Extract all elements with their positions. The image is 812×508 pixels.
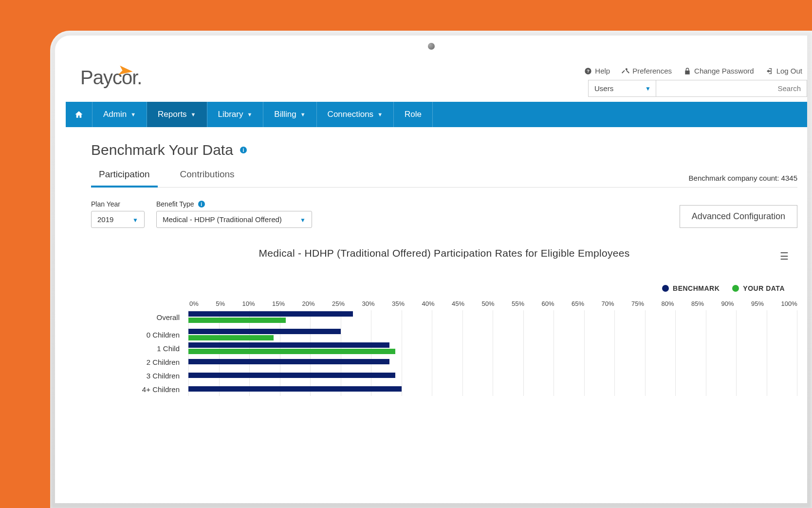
nav-connections[interactable]: Connections▼ xyxy=(317,102,393,127)
chart-row: 1 Child xyxy=(91,341,797,355)
plan-year-label: Plan Year xyxy=(91,200,145,208)
search-scope-value: Users xyxy=(594,84,613,93)
category-label: 4+ Children xyxy=(91,385,188,394)
bar-your-data xyxy=(188,335,274,340)
help-icon: ? xyxy=(584,67,592,75)
logout-icon xyxy=(766,67,774,75)
chart-row: Overall xyxy=(91,310,797,324)
top-bar: ➤ Paycor. ? Help Preferences xyxy=(66,61,807,102)
x-tick: 70% xyxy=(602,300,614,307)
x-tick: 15% xyxy=(272,300,285,307)
brand-logo: ➤ Paycor. xyxy=(80,67,142,89)
x-tick: 50% xyxy=(482,300,495,307)
plan-year-value: 2019 xyxy=(97,215,113,224)
change-password-link[interactable]: Change Password xyxy=(683,67,754,75)
chart-plot: Overall0 Children1 Child2 Children3 Chil… xyxy=(91,310,797,396)
x-tick: 100% xyxy=(781,300,797,307)
advanced-configuration-button[interactable]: Advanced Configuration xyxy=(680,205,797,228)
x-tick: 30% xyxy=(362,300,375,307)
chevron-down-icon: ▼ xyxy=(300,112,306,117)
chevron-down-icon: ▼ xyxy=(130,112,136,117)
bar-benchmark xyxy=(188,386,402,392)
legend-your-data: YOUR DATA xyxy=(732,284,785,292)
chart-row: 0 Children xyxy=(91,328,797,341)
nav-library[interactable]: Library▼ xyxy=(207,102,263,127)
filter-plan-year: Plan Year 2019 ▼ xyxy=(91,200,145,228)
search-input[interactable] xyxy=(662,84,801,93)
utility-links: ? Help Preferences Change Password xyxy=(584,67,807,75)
app-root: ➤ Paycor. ? Help Preferences xyxy=(66,61,807,503)
swatch-icon xyxy=(732,285,739,292)
chevron-down-icon: ▼ xyxy=(377,112,383,117)
chevron-down-icon: ▼ xyxy=(645,85,651,92)
tab-contributions[interactable]: Contributions xyxy=(172,169,242,187)
info-icon[interactable]: i xyxy=(198,201,205,207)
x-tick: 80% xyxy=(662,300,674,307)
benchmark-count: Benchmark company count: 4345 xyxy=(689,174,797,187)
x-tick: 65% xyxy=(572,300,584,307)
log-out-label: Log Out xyxy=(776,67,802,75)
chart-title: Medical - HDHP (Traditional Offered) Par… xyxy=(91,247,797,259)
bar-benchmark xyxy=(188,311,353,317)
chart: Medical - HDHP (Traditional Offered) Par… xyxy=(91,247,797,396)
tools-icon xyxy=(622,67,629,75)
device-frame: ➤ Paycor. ? Help Preferences xyxy=(50,31,812,508)
bar-your-data xyxy=(188,349,395,354)
filter-benefit-type: Benefit Type i Medical - HDHP (Tradition… xyxy=(156,200,312,228)
x-tick: 90% xyxy=(721,300,734,307)
swatch-icon xyxy=(662,285,669,292)
x-tick: 35% xyxy=(392,300,405,307)
search-input-wrap xyxy=(656,80,807,97)
chart-menu-icon[interactable]: ☰ xyxy=(780,250,789,262)
preferences-link[interactable]: Preferences xyxy=(622,67,672,75)
info-icon[interactable]: i xyxy=(240,147,247,153)
category-label: Overall xyxy=(91,313,188,321)
plan-year-select[interactable]: 2019 ▼ xyxy=(91,211,145,228)
x-tick: 0% xyxy=(189,300,199,307)
lock-icon xyxy=(683,67,691,75)
brand-arrow-icon: ➤ xyxy=(115,61,135,80)
nav-admin[interactable]: Admin▼ xyxy=(92,102,147,127)
preferences-label: Preferences xyxy=(632,67,672,75)
benefit-type-value: Medical - HDHP (Traditional Offered) xyxy=(163,215,282,224)
x-tick: 85% xyxy=(691,300,704,307)
tabs: Participation Contributions xyxy=(91,169,242,187)
chevron-down-icon: ▼ xyxy=(300,217,306,224)
x-tick: 25% xyxy=(332,300,345,307)
x-tick: 45% xyxy=(452,300,464,307)
nav-billing[interactable]: Billing▼ xyxy=(263,102,316,127)
category-label: 2 Children xyxy=(91,358,188,366)
x-tick: 40% xyxy=(422,300,435,307)
page-title: Benchmark Your Data xyxy=(91,142,233,158)
chart-legend: BENCHMARK YOUR DATA xyxy=(91,284,797,292)
legend-benchmark: BENCHMARK xyxy=(662,284,720,292)
x-axis-ticks: 0%5%10%15%20%25%30%35%40%45%50%55%60%65%… xyxy=(91,300,797,307)
content-area: Benchmark Your Data i Participation Cont… xyxy=(66,127,807,396)
x-tick: 5% xyxy=(216,300,225,307)
device-screen: ➤ Paycor. ? Help Preferences xyxy=(55,36,807,503)
nav-home[interactable] xyxy=(66,102,92,127)
log-out-link[interactable]: Log Out xyxy=(766,67,802,75)
category-label: 1 Child xyxy=(91,344,188,353)
chevron-down-icon: ▼ xyxy=(191,112,196,117)
category-label: 0 Children xyxy=(91,331,188,339)
help-label: Help xyxy=(595,67,610,75)
help-link[interactable]: ? Help xyxy=(584,67,610,75)
chevron-down-icon: ▼ xyxy=(247,112,252,117)
x-tick: 10% xyxy=(242,300,255,307)
main-nav: Admin▼ Reports▼ Library▼ Billing▼ Connec… xyxy=(66,102,807,127)
svg-text:?: ? xyxy=(587,69,590,74)
benefit-type-select[interactable]: Medical - HDHP (Traditional Offered) ▼ xyxy=(156,211,312,228)
nav-reports[interactable]: Reports▼ xyxy=(147,102,206,127)
chart-row: 2 Children xyxy=(91,355,797,369)
tab-participation[interactable]: Participation xyxy=(91,169,158,188)
chart-row: 3 Children xyxy=(91,369,797,382)
chevron-down-icon: ▼ xyxy=(132,217,138,224)
nav-role[interactable]: Role xyxy=(394,102,432,127)
bar-benchmark xyxy=(188,329,341,334)
chart-row: 4+ Children xyxy=(91,382,797,396)
bar-your-data xyxy=(188,318,286,323)
search-scope-dropdown[interactable]: Users ▼ xyxy=(588,80,656,97)
x-tick: 75% xyxy=(631,300,644,307)
x-tick: 20% xyxy=(302,300,315,307)
